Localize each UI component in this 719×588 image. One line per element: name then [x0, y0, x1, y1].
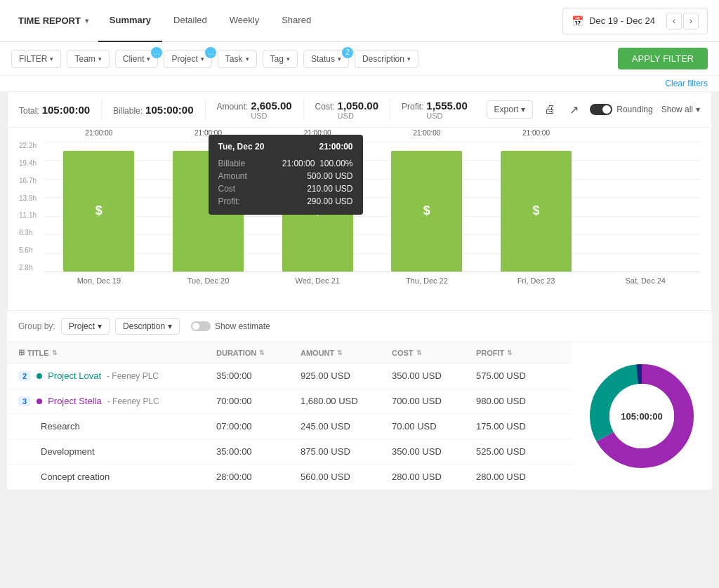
research-profit: 175.00 USD	[476, 421, 560, 432]
client-filter-wrapper: Client ▾ …	[115, 50, 159, 68]
bar-thu[interactable]: $	[391, 151, 462, 272]
amount-summary: Amount: 2,605.00 USD	[217, 100, 292, 120]
tab-weekly[interactable]: Weekly	[218, 0, 270, 42]
tooltip-row-billable: Billable 21:00:00 100.00%	[218, 157, 353, 170]
billable-summary: Billable: 105:00:00	[113, 104, 193, 116]
sort-profit-icon[interactable]: ⇅	[507, 349, 513, 356]
show-all-button[interactable]: Show all ▾	[661, 105, 700, 114]
y-label-5: 11.1h	[19, 211, 37, 219]
show-estimate-toggle: Show estimate	[191, 321, 270, 331]
cost-label: Cost:	[315, 102, 335, 112]
table-row: Development 35:00:00 875.00 USD 350.00 U…	[7, 439, 572, 465]
profit-label: Profit:	[402, 102, 423, 112]
sort-amount-icon[interactable]: ⇅	[337, 349, 343, 356]
th-amount: AMOUNT ⇅	[301, 348, 392, 357]
day-label-mon: Mon, Dec 19	[44, 276, 154, 285]
development-title: Development	[18, 446, 216, 457]
cost-summary: Cost: 1,050.00 USD	[315, 100, 378, 120]
concept-name: Concept creation	[41, 472, 110, 482]
sort-title-icon[interactable]: ⇅	[52, 349, 58, 356]
table-row: Research 07:00:00 245.00 USD 70.00 USD 1…	[7, 414, 572, 439]
rounding-switch[interactable]	[590, 104, 612, 115]
day-label-tue: Tue, Dec 20	[154, 276, 263, 285]
group-description-select[interactable]: Description ▾	[115, 318, 180, 335]
project-stella-name[interactable]: Project Stella	[48, 396, 102, 406]
team-filter-wrapper: Team ▾	[67, 50, 109, 68]
description-filter-wrapper: Description ▾	[355, 50, 418, 68]
client-chevron-icon: ▾	[147, 55, 150, 62]
group-by-label: Group by:	[18, 321, 55, 331]
research-title: Research	[18, 421, 216, 432]
donut-center-label: 105:00:00	[621, 411, 662, 422]
day-label-fri: Fri, Dec 23	[482, 276, 591, 285]
y-label-4: 13.9h	[19, 194, 37, 202]
tab-detailed[interactable]: Detailed	[162, 0, 218, 42]
table-row: 2 Project Lovat - Feeney PLC 35:00:00 92…	[7, 363, 572, 389]
tag-filter-button[interactable]: Tag ▾	[263, 50, 298, 68]
divider1	[101, 99, 102, 120]
project-stella-title: 3 Project Stella - Feeney PLC	[18, 396, 216, 406]
bar-time-thu: 21:00:00	[372, 129, 482, 137]
project-lovat-name[interactable]: Project Lovat	[48, 370, 101, 381]
divider2	[205, 99, 206, 120]
export-button[interactable]: Export ▾	[487, 100, 534, 119]
print-icon[interactable]: 🖨	[541, 100, 558, 119]
project-lovat-title: 2 Project Lovat - Feeney PLC	[18, 370, 216, 381]
group-project-chevron-icon: ▾	[98, 321, 102, 331]
date-navigation: ‹ ›	[666, 13, 699, 29]
header: TIME REPORT ▾ Summary Detailed Weekly Sh…	[0, 0, 719, 42]
date-picker[interactable]: 📅 Dec 19 - Dec 24 ‹ ›	[562, 8, 708, 34]
sort-duration-icon[interactable]: ⇅	[259, 349, 265, 356]
data-table: ⊞ TITLE ⇅ DURATION ⇅ AMOUNT ⇅ COST ⇅	[7, 342, 572, 490]
rounding-toggle: Rounding	[590, 104, 652, 115]
bar-fri[interactable]: $	[501, 151, 572, 272]
status-chevron-icon: ▾	[338, 55, 341, 62]
project-chevron-icon: ▾	[201, 55, 204, 62]
project-lovat-duration: 35:00:00	[216, 370, 301, 381]
bar-group-sat	[591, 142, 700, 272]
bar-group-fri: 21:00:00 $	[482, 142, 591, 272]
next-date-button[interactable]: ›	[683, 13, 699, 29]
project-lovat-client: - Feeney PLC	[107, 371, 159, 381]
tooltip-profit-label: Profit:	[218, 196, 240, 206]
bar-mon[interactable]: $	[63, 151, 134, 272]
bar-group-thu: 21:00:00 $	[372, 142, 482, 272]
group-by-bar: Group by: Project ▾ Description ▾ Show e…	[7, 311, 712, 342]
project-filter-wrapper: Project ▾ …	[164, 50, 211, 68]
day-label-wed: Wed, Dec 21	[263, 276, 372, 285]
tooltip-cost-val: 210.00 USD	[307, 184, 352, 194]
tooltip-profit-val: 290.00 USD	[307, 196, 352, 206]
sort-cost-icon[interactable]: ⇅	[416, 349, 422, 356]
tooltip-amount-val: 500.00 USD	[307, 171, 352, 181]
profit-summary: Profit: 1,555.00 USD	[402, 100, 468, 120]
y-label-3: 16.7h	[19, 177, 37, 185]
show-estimate-switch[interactable]	[191, 321, 211, 331]
project-stella-dot	[37, 399, 42, 404]
prev-date-button[interactable]: ‹	[666, 13, 682, 29]
tab-shared[interactable]: Shared	[270, 0, 322, 42]
development-name: Development	[41, 446, 95, 457]
cost-currency: USD	[338, 112, 378, 120]
day-label-sat: Sat, Dec 24	[591, 276, 700, 285]
y-label-8: 2.8h	[19, 264, 37, 272]
tooltip-row-profit: Profit: 290.00 USD	[218, 195, 353, 208]
tooltip-header: Tue, Dec 20 21:00:00	[218, 142, 353, 152]
research-name: Research	[41, 421, 80, 432]
task-filter-button[interactable]: Task ▾	[218, 50, 257, 68]
group-project-select[interactable]: Project ▾	[61, 318, 110, 335]
tab-summary[interactable]: Summary	[98, 0, 162, 42]
project-stella-client: - Feeney PLC	[107, 396, 159, 406]
description-filter-button[interactable]: Description ▾	[355, 50, 418, 68]
summary-bar: Total: 105:00:00 Billable: 105:00:00 Amo…	[7, 91, 712, 128]
tooltip-billable-label: Billable	[218, 159, 246, 168]
expand-icon[interactable]: ⊞	[18, 348, 25, 357]
profit-value: 1,555.00	[426, 100, 467, 112]
filter-button[interactable]: FILTER ▾	[11, 50, 61, 68]
time-report-button[interactable]: TIME REPORT ▾	[11, 11, 95, 30]
apply-filter-button[interactable]: APPLY FILTER	[618, 48, 708, 69]
share-icon[interactable]: ↗	[567, 100, 581, 119]
profit-currency: USD	[426, 112, 467, 120]
team-filter-button[interactable]: Team ▾	[67, 50, 109, 68]
project-lovat-cost: 350.00 USD	[392, 370, 476, 381]
clear-filters-link[interactable]: Clear filters	[0, 76, 719, 91]
